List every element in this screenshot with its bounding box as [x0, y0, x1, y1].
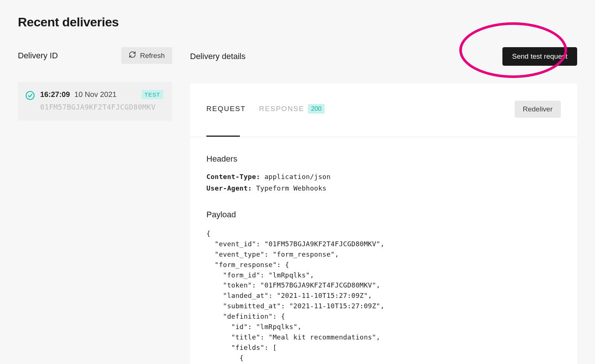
- success-check-icon: [25, 91, 35, 100]
- header-row: User-Agent: Typeform Webhooks: [206, 184, 561, 192]
- redeliver-button[interactable]: Redeliver: [515, 101, 561, 118]
- delivery-id-value: 01FM57BGJA9KF2T4FJCGD80MKV: [40, 103, 163, 111]
- headers-heading: Headers: [206, 154, 561, 164]
- header-key: Content-Type:: [206, 173, 260, 181]
- send-test-request-button[interactable]: Send test request: [502, 47, 577, 66]
- svg-point-0: [26, 91, 34, 100]
- refresh-icon: [129, 51, 136, 60]
- refresh-button[interactable]: Refresh: [121, 47, 172, 64]
- delivery-item[interactable]: 16:27:09 10 Nov 2021 TEST 01FM57BGJA9KF2…: [18, 82, 172, 121]
- test-badge: TEST: [142, 90, 163, 99]
- delivery-time: 16:27:09: [40, 90, 70, 99]
- delivery-id-label: Delivery ID: [18, 51, 58, 61]
- header-value: Typeform Webhooks: [256, 184, 327, 192]
- detail-panel: REQUEST RESPONSE 200 Redeliver Headers C…: [190, 84, 577, 364]
- delivery-details-label: Delivery details: [190, 52, 245, 61]
- active-tab-indicator: [206, 136, 240, 137]
- header-value: application/json: [264, 173, 331, 181]
- tab-response-label: RESPONSE: [259, 105, 305, 113]
- tab-request[interactable]: REQUEST: [206, 105, 246, 114]
- delivery-date: 10 Nov 2021: [74, 90, 116, 99]
- page-title: Recent deliveries: [18, 15, 577, 29]
- payload-body: { "event_id": "01FM57BGJA9KF2T4FJCGD80MK…: [206, 228, 561, 364]
- tab-response[interactable]: RESPONSE 200: [259, 104, 325, 114]
- header-key: User-Agent:: [206, 184, 252, 192]
- header-row: Content-Type: application/json: [206, 173, 561, 181]
- refresh-label: Refresh: [140, 52, 165, 60]
- payload-heading: Payload: [206, 210, 561, 220]
- response-status-badge: 200: [308, 104, 324, 114]
